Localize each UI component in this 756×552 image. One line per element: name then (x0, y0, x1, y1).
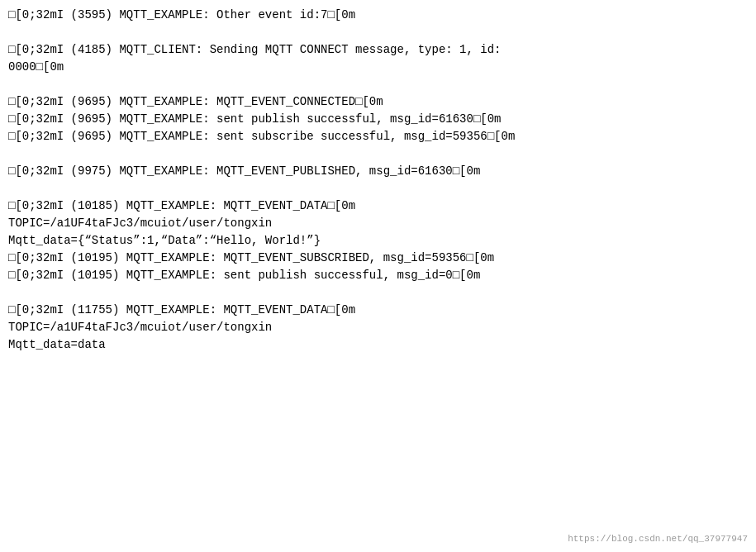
log-line-9: TOPIC=/a1UF4taFJc3/mcuiot/user/tongxin (8, 215, 748, 232)
log-line-10: Mqtt_data={“Status”:1,“Data”:“Hello, Wor… (8, 232, 748, 250)
blank-2 (8, 76, 748, 93)
log-line-11: □[0;32mI (10195) MQTT_EXAMPLE: MQTT_EVEN… (8, 250, 748, 267)
watermark: https://blog.csdn.net/qq_37977947 (568, 532, 748, 546)
log-line-8: □[0;32mI (10185) MQTT_EXAMPLE: MQTT_EVEN… (8, 197, 748, 215)
log-line-7: □[0;32mI (9975) MQTT_EXAMPLE: MQTT_EVENT… (8, 163, 748, 180)
log-line-6: □[0;32mI (9695) MQTT_EXAMPLE: sent subsc… (8, 128, 748, 145)
blank-5 (8, 284, 748, 302)
log-line-1: □[0;32mI (3595) MQTT_EXAMPLE: Other even… (8, 7, 748, 24)
blank-4 (8, 180, 748, 197)
terminal-window: □[0;32mI (3595) MQTT_EXAMPLE: Other even… (0, 0, 756, 552)
log-line-2: □[0;32mI (4185) MQTT_CLIENT: Sending MQT… (8, 41, 748, 59)
log-line-5: □[0;32mI (9695) MQTT_EXAMPLE: sent publi… (8, 111, 748, 128)
log-line-15: Mqtt_data=data (8, 336, 748, 354)
log-line-12: □[0;32mI (10195) MQTT_EXAMPLE: sent publ… (8, 267, 748, 284)
log-line-14: TOPIC=/a1UF4taFJc3/mcuiot/user/tongxin (8, 319, 748, 336)
blank-3 (8, 145, 748, 163)
log-line-13: □[0;32mI (11755) MQTT_EXAMPLE: MQTT_EVEN… (8, 302, 748, 319)
log-line-3: 0000□[0m (8, 59, 748, 76)
blank-1 (8, 24, 748, 41)
log-line-4: □[0;32mI (9695) MQTT_EXAMPLE: MQTT_EVENT… (8, 93, 748, 111)
